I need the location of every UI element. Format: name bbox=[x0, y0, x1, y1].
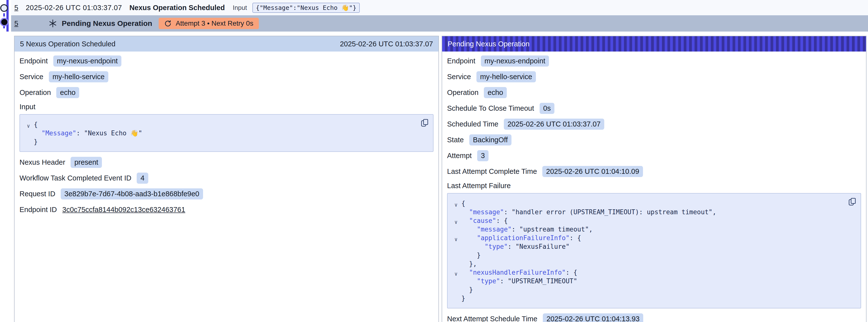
field-value-chip: echo bbox=[484, 87, 507, 98]
event-id-link[interactable]: 5 bbox=[14, 4, 18, 12]
field-value-chip: my-nexus-endpoint bbox=[481, 56, 549, 67]
event-detail-panels: 5 Nexus Operation Scheduled 2025-02-26 U… bbox=[14, 36, 868, 322]
field-label: Schedule To Close Timeout bbox=[447, 104, 534, 112]
field-attempt: Attempt 3 bbox=[447, 148, 861, 163]
json-line: ∨{ bbox=[23, 120, 416, 129]
json-code-text: "type": "UPSTREAM_TIMEOUT" bbox=[461, 278, 577, 285]
scheduled-panel-header: 5 Nexus Operation Scheduled 2025-02-26 U… bbox=[14, 36, 438, 52]
field-operation: Operation echo bbox=[20, 85, 434, 100]
field-nexus-header: Nexus Header present bbox=[20, 154, 434, 170]
scheduled-panel-body: Endpoint my-nexus-endpoint Service my-he… bbox=[14, 52, 438, 222]
pending-panel-body: Endpoint my-nexus-endpoint Service my-he… bbox=[442, 52, 866, 322]
copy-button[interactable] bbox=[848, 197, 857, 206]
retry-icon bbox=[164, 20, 172, 27]
field-label: Service bbox=[20, 73, 43, 81]
pending-operation-panel: Pending Nexus Operation Endpoint my-nexu… bbox=[442, 36, 867, 322]
timeline-node-scheduled-icon bbox=[0, 4, 8, 12]
pending-operation-title: Pending Nexus Operation bbox=[62, 19, 152, 28]
json-code-text: { bbox=[461, 200, 465, 207]
asterisk-icon bbox=[49, 19, 57, 28]
timeline-active-bar bbox=[6, 0, 9, 32]
collapse-chevron-icon[interactable]: ∨ bbox=[451, 219, 461, 225]
field-service: Service my-hello-service bbox=[447, 69, 861, 85]
collapse-chevron-icon[interactable]: ∨ bbox=[23, 123, 34, 129]
event-input-preview-chip: {"Message":"Nexus Echo 👋"} bbox=[252, 3, 360, 13]
json-line: "Message": "Nexus Echo 👋" bbox=[23, 129, 416, 137]
pending-panel-title: Pending Nexus Operation bbox=[447, 40, 529, 48]
endpoint-id-link[interactable]: 3c0c75ccfa8144b092c13ce632463761 bbox=[62, 205, 185, 214]
field-value-chip: echo bbox=[56, 87, 79, 98]
collapse-chevron-icon[interactable]: ∨ bbox=[451, 202, 461, 208]
collapse-chevron-icon[interactable]: ∨ bbox=[451, 236, 461, 243]
event-input-label: Input bbox=[232, 4, 247, 11]
field-label: Service bbox=[447, 73, 471, 81]
json-line: "message": "upstream timeout", bbox=[451, 225, 843, 233]
field-next-attempt-schedule-time: Next Attempt Schedule Time 2025-02-26 UT… bbox=[447, 311, 861, 322]
field-label: Operation bbox=[20, 89, 51, 97]
event-row-pending[interactable]: 5 Pending Nexus Operation Attempt 3 • Ne… bbox=[11, 15, 868, 32]
field-endpoint: Endpoint my-nexus-endpoint bbox=[20, 53, 434, 69]
input-section-label: Input bbox=[20, 100, 434, 113]
field-label: Endpoint bbox=[447, 57, 475, 65]
copy-button[interactable] bbox=[420, 118, 429, 127]
field-workflow-task-completed-event-id: Workflow Task Completed Event ID 4 bbox=[20, 170, 434, 186]
field-label: Last Attempt Complete Time bbox=[447, 167, 537, 175]
field-endpoint: Endpoint my-nexus-endpoint bbox=[447, 53, 861, 69]
event-row-scheduled[interactable]: 5 2025-02-26 UTC 01:03:37.07 Nexus Opera… bbox=[11, 0, 868, 15]
collapse-chevron-icon[interactable]: ∨ bbox=[451, 271, 461, 277]
field-label: Endpoint bbox=[20, 57, 48, 65]
event-timestamp: 2025-02-26 UTC 01:03:37.07 bbox=[26, 4, 122, 12]
field-label: Attempt bbox=[447, 152, 472, 160]
timeline-node-pending-icon bbox=[1, 19, 7, 25]
field-value-chip: 3e829b7e-7d67-4b08-aad3-b1e868bfe9e0 bbox=[61, 188, 203, 199]
field-label: Request ID bbox=[20, 190, 55, 198]
json-code-text: "message": "upstream timeout", bbox=[461, 226, 593, 233]
json-code-text: }, bbox=[461, 260, 477, 267]
field-value-chip: 3 bbox=[477, 150, 489, 161]
json-code-text: "applicationFailureInfo": { bbox=[461, 234, 581, 242]
copy-icon bbox=[420, 118, 429, 127]
event-id-link[interactable]: 5 bbox=[14, 20, 18, 28]
scheduled-panel-timestamp: 2025-02-26 UTC 01:03:37.07 bbox=[340, 40, 433, 48]
json-line: }, bbox=[451, 259, 843, 268]
json-line: ∨ "applicationFailureInfo": { bbox=[451, 233, 843, 242]
json-line: "type": "UPSTREAM_TIMEOUT" bbox=[451, 277, 843, 285]
field-value-chip: my-hello-service bbox=[476, 71, 536, 82]
json-code-text: } bbox=[461, 295, 465, 302]
field-schedule-to-close-timeout: Schedule To Close Timeout 0s bbox=[447, 100, 861, 116]
json-line: "type": "NexusFailure" bbox=[451, 242, 843, 251]
json-line: } bbox=[451, 285, 843, 294]
field-value-chip: present bbox=[70, 157, 102, 168]
field-value-chip: 2025-02-26 UTC 01:04:13.93 bbox=[543, 313, 643, 322]
scheduled-panel-title: 5 Nexus Operation Scheduled bbox=[20, 40, 116, 48]
retry-badge-text: Attempt 3 • Next Retry 0s bbox=[176, 20, 253, 27]
field-value-chip: BackingOff bbox=[469, 134, 512, 146]
input-json-viewer: ∨{ "Message": "Nexus Echo 👋"} bbox=[20, 114, 434, 152]
json-code-text: "nexusHandlerFailureInfo": { bbox=[461, 269, 577, 276]
json-code-text: "cause": { bbox=[461, 217, 508, 224]
event-history-rows: 5 2025-02-26 UTC 01:03:37.07 Nexus Opera… bbox=[11, 0, 868, 32]
json-line: } bbox=[451, 251, 843, 259]
json-code-text: "Message": "Nexus Echo 👋" bbox=[34, 129, 142, 137]
json-line: ∨ "nexusHandlerFailureInfo": { bbox=[451, 268, 843, 277]
json-line: } bbox=[23, 137, 416, 146]
field-scheduled-time: Scheduled Time 2025-02-26 UTC 01:03:37.0… bbox=[447, 116, 861, 132]
retry-attempt-badge: Attempt 3 • Next Retry 0s bbox=[159, 18, 259, 29]
field-label: Workflow Task Completed Event ID bbox=[20, 174, 131, 182]
field-operation: Operation echo bbox=[447, 85, 861, 100]
json-code-text: "message": "handler error (UPSTREAM_TIME… bbox=[461, 208, 716, 216]
json-code-text: } bbox=[34, 138, 38, 146]
failure-json-viewer: ∨{ "message": "handler error (UPSTREAM_T… bbox=[447, 193, 861, 309]
field-label: Endpoint ID bbox=[20, 205, 57, 214]
json-line: "message": "handler error (UPSTREAM_TIME… bbox=[451, 207, 843, 216]
field-endpoint-id: Endpoint ID 3c0c75ccfa8144b092c13ce63246… bbox=[20, 202, 434, 218]
json-code-text: "type": "NexusFailure" bbox=[461, 243, 569, 250]
last-attempt-failure-label: Last Attempt Failure bbox=[447, 179, 861, 192]
field-value-chip: 4 bbox=[137, 172, 148, 184]
scheduled-event-panel: 5 Nexus Operation Scheduled 2025-02-26 U… bbox=[14, 36, 439, 322]
field-label: Nexus Header bbox=[20, 158, 65, 166]
json-code-text: } bbox=[461, 252, 480, 259]
field-state: State BackingOff bbox=[447, 132, 861, 148]
field-value-chip: 0s bbox=[539, 103, 555, 114]
field-request-id: Request ID 3e829b7e-7d67-4b08-aad3-b1e86… bbox=[20, 186, 434, 202]
